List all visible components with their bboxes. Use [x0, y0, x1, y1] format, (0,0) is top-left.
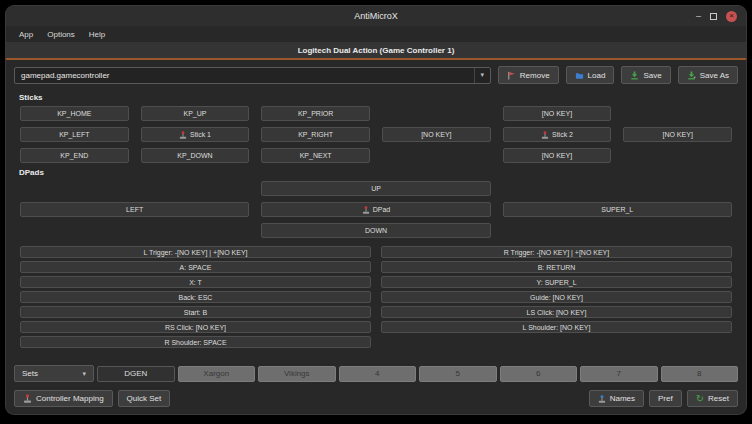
stick2-group: [NO KEY] [NO KEY] Stick 2 [NO KEY] [NO K… — [382, 106, 732, 163]
menu-help[interactable]: Help — [82, 28, 112, 41]
reset-button[interactable]: ↻ Reset — [687, 390, 738, 407]
set-tab-3[interactable]: Vikings — [258, 366, 336, 382]
set-tab-4[interactable]: 4 — [339, 366, 417, 382]
quick-set-button[interactable]: Quick Set — [118, 390, 171, 407]
l-trigger-mapping-button[interactable]: L Trigger: -[NO KEY] | +[NO KEY] — [20, 246, 371, 258]
names-toggle-button[interactable]: Names — [589, 390, 644, 407]
dpad-up-button[interactable]: UP — [261, 181, 490, 196]
load-profile-button[interactable]: Load — [566, 66, 615, 84]
sets-row: Sets ▾ DGEN Xargon Vikings 4 5 6 7 8 — [6, 358, 746, 387]
menubar: App Options Help — [6, 26, 746, 42]
menu-options[interactable]: Options — [40, 28, 82, 41]
set-tab-5[interactable]: 5 — [419, 366, 497, 382]
window-title: AntiMicroX — [354, 11, 398, 21]
profile-combobox-value: gamepad.gamecontroller — [21, 71, 110, 80]
app-window: AntiMicroX – × App Options Help Logitech… — [6, 6, 746, 414]
joystick-icon — [179, 131, 187, 139]
start-button-mapping[interactable]: Start: B — [20, 306, 371, 318]
grid-spacer — [381, 336, 732, 348]
back-button-mapping[interactable]: Back: ESC — [20, 291, 371, 303]
set-tab-8[interactable]: 8 — [661, 366, 739, 382]
x-button-mapping[interactable]: X: T — [20, 276, 371, 288]
a-button-mapping[interactable]: A: SPACE — [20, 261, 371, 273]
chevron-down-icon: ▾ — [82, 370, 86, 378]
profile-bar: gamepad.gamecontroller ▾ Remove Load Sa — [6, 60, 746, 88]
ls-click-mapping[interactable]: LS Click: [NO KEY] — [381, 306, 732, 318]
tab-controller[interactable]: Logitech Dual Action (Game Controller 1) — [298, 46, 455, 55]
stick2-right-button[interactable]: [NO KEY] — [623, 127, 732, 142]
reset-icon: ↻ — [696, 394, 704, 404]
set-tab-2[interactable]: Xargon — [178, 366, 256, 382]
button-mappings: L Trigger: -[NO KEY] | +[NO KEY] R Trigg… — [6, 244, 746, 348]
grid-spacer — [382, 106, 491, 121]
chevron-down-icon[interactable]: ▾ — [474, 68, 490, 83]
rs-click-mapping[interactable]: RS Click: [NO KEY] — [20, 321, 371, 333]
stick2-down-button[interactable]: [NO KEY] — [503, 148, 612, 163]
save-arrow-icon — [630, 71, 639, 80]
save-profile-button[interactable]: Save — [621, 66, 670, 84]
stick2-left-button[interactable]: [NO KEY] — [382, 127, 491, 142]
maximize-icon[interactable] — [710, 13, 717, 20]
gamepad-icon — [23, 394, 32, 403]
controller-tabbar: Logitech Dual Action (Game Controller 1) — [6, 42, 746, 60]
grid-spacer — [20, 181, 249, 196]
guide-button-mapping[interactable]: Guide: [NO KEY] — [381, 291, 732, 303]
stick2-center-button[interactable]: Stick 2 — [503, 127, 612, 142]
dpad-group: UP LEFT DPad SUPER_L DOWN — [6, 181, 746, 238]
sets-dropdown-label: Sets — [22, 369, 38, 378]
names-label: Names — [610, 394, 635, 403]
dpad-left-button[interactable]: LEFT — [20, 202, 249, 217]
close-icon[interactable]: × — [726, 11, 737, 22]
dpad-name: DPad — [373, 206, 391, 213]
y-button-mapping[interactable]: Y: SUPER_L — [381, 276, 732, 288]
r-trigger-mapping-button[interactable]: R Trigger: -[NO KEY] | +[NO KEY] — [381, 246, 732, 258]
set-tab-6[interactable]: 6 — [500, 366, 578, 382]
grid-spacer — [623, 106, 732, 121]
main-content: gamepad.gamecontroller ▾ Remove Load Sa — [6, 60, 746, 414]
minimize-icon[interactable]: – — [696, 12, 701, 21]
stick1-right-button[interactable]: KP_RIGHT — [261, 127, 370, 142]
footer-left-group: Controller Mapping Quick Set — [14, 390, 170, 407]
set-tab-1[interactable]: DGEN — [97, 366, 175, 382]
menu-app[interactable]: App — [12, 28, 40, 41]
stick1-downleft-button[interactable]: KP_END — [20, 148, 129, 163]
names-joystick-icon — [598, 395, 606, 403]
save-as-profile-label: Save As — [700, 71, 729, 80]
stick1-up-button[interactable]: KP_UP — [141, 106, 250, 121]
controller-mapping-label: Controller Mapping — [36, 394, 104, 403]
l-shoulder-mapping[interactable]: L Shoulder: [NO KEY] — [381, 321, 732, 333]
stick1-center-button[interactable]: Stick 1 — [141, 127, 250, 142]
remove-profile-button[interactable]: Remove — [498, 66, 559, 84]
r-shoulder-mapping[interactable]: R Shoulder: SPACE — [20, 336, 371, 348]
remove-profile-label: Remove — [520, 71, 550, 80]
dpad-center-button[interactable]: DPad — [261, 202, 490, 217]
dpad-down-button[interactable]: DOWN — [261, 223, 490, 238]
save-as-arrow-icon — [687, 71, 696, 80]
stick1-upright-button[interactable]: KP_PRIOR — [261, 106, 370, 121]
stick1-down-button[interactable]: KP_DOWN — [141, 148, 250, 163]
sets-dropdown-button[interactable]: Sets ▾ — [14, 365, 94, 382]
grid-spacer — [382, 148, 491, 163]
save-as-profile-button[interactable]: Save As — [678, 66, 738, 84]
reset-label: Reset — [708, 394, 729, 403]
dpad-right-button[interactable]: SUPER_L — [503, 202, 732, 217]
controller-mapping-button[interactable]: Controller Mapping — [14, 390, 113, 407]
profile-combobox[interactable]: gamepad.gamecontroller ▾ — [14, 67, 491, 84]
set-tab-7[interactable]: 7 — [580, 366, 658, 382]
b-button-mapping[interactable]: B: RETURN — [381, 261, 732, 273]
grid-spacer — [503, 181, 732, 196]
stick1-left-button[interactable]: KP_LEFT — [20, 127, 129, 142]
stick2-up-button[interactable]: [NO KEY] — [503, 106, 612, 121]
grid-spacer — [503, 223, 732, 238]
load-folder-icon — [575, 71, 584, 80]
grid-spacer — [623, 148, 732, 163]
dpads-section-label: DPads — [19, 168, 746, 177]
footer-bar: Controller Mapping Quick Set Names Pref — [6, 387, 746, 414]
joystick-icon — [362, 206, 370, 214]
stick2-name: Stick 2 — [552, 131, 573, 138]
stick1-downright-button[interactable]: KP_NEXT — [261, 148, 370, 163]
pref-label: Pref — [658, 394, 673, 403]
pref-button[interactable]: Pref — [649, 390, 682, 407]
save-profile-label: Save — [643, 71, 661, 80]
stick1-upleft-button[interactable]: KP_HOME — [20, 106, 129, 121]
